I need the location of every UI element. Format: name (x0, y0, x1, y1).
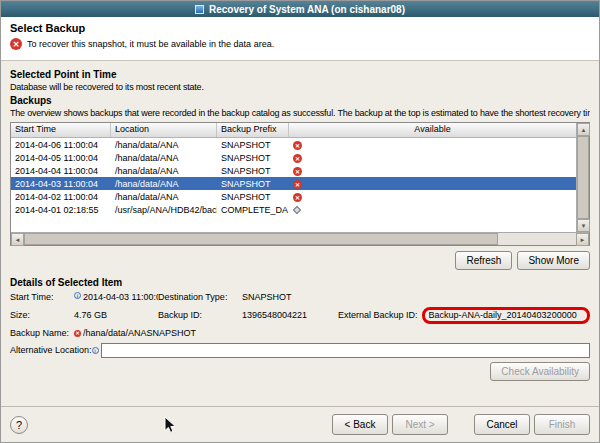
cell-location: /hana/data/ANA (111, 192, 217, 202)
scroll-right-button[interactable]: ► (576, 233, 589, 246)
alternative-location-label: Alternative Location: (10, 345, 92, 355)
table-row[interactable]: 2014-04-04 11:00:04 /hana/data/ANA SNAPS… (11, 164, 576, 177)
cell-start-time: 2014-04-05 11:00:04 (11, 153, 111, 163)
start-time-value: i2014-04-03 11:00:04 (74, 292, 158, 302)
back-button[interactable]: < Back (332, 414, 388, 435)
unknown-availability-icon (293, 205, 301, 213)
cell-backup-prefix: COMPLETE_DA (217, 205, 289, 215)
table-row[interactable]: 2014-04-05 11:00:04 /hana/data/ANA SNAPS… (11, 151, 576, 164)
table-row-selected[interactable]: 2014-04-03 11:00:04 /hana/data/ANA SNAPS… (11, 177, 576, 190)
wizard-footer: ? < Back Next > Cancel Finish (1, 406, 599, 442)
vertical-scrollbar[interactable]: ▲ ▼ (576, 123, 589, 232)
window-icon (195, 5, 204, 14)
not-available-icon: ✕ (293, 167, 302, 176)
cell-backup-prefix: SNAPSHOT (217, 140, 289, 150)
column-header-available[interactable]: Available (289, 123, 576, 137)
detail-row-alternative-location: Alternative Location: i (10, 342, 590, 358)
table-row[interactable]: 2014-04-06 11:00:04 /hana/data/ANA SNAPS… (11, 138, 576, 151)
next-button[interactable]: Next > (392, 414, 448, 435)
cell-start-time: 2014-04-03 11:00:04 (11, 179, 111, 189)
size-value: 4.76 GB (74, 310, 158, 320)
error-banner: ✕ To recover this snapshot, it must be a… (10, 38, 590, 50)
help-button[interactable]: ? (10, 416, 28, 434)
horizontal-scrollbar[interactable]: ◄ ► (11, 232, 589, 245)
alternative-location-input[interactable] (101, 343, 590, 358)
show-more-button[interactable]: Show More (517, 251, 590, 270)
error-icon: ✕ (10, 38, 22, 50)
error-decoration-icon: ✕ (74, 330, 81, 337)
detail-row-backup-name: Backup Name: ✕ /hana/data/ANASNAPSHOT (10, 325, 590, 341)
cell-location: /usr/sap/ANA/HDB42/backu (111, 205, 217, 215)
external-backup-id-highlight: Backup-ANA-daily_20140403200000 (422, 307, 590, 324)
info-icon: i (74, 292, 81, 299)
cell-location: /hana/data/ANA (111, 179, 217, 189)
cancel-button[interactable]: Cancel (474, 414, 530, 435)
detail-row-start-time: Start Time: i2014-04-03 11:00:04 Destina… (10, 289, 590, 305)
not-available-icon: ✕ (293, 180, 302, 189)
point-in-time-title: Selected Point in Time (10, 69, 590, 80)
not-available-icon: ✕ (293, 193, 302, 202)
cell-start-time: 2014-04-06 11:00:04 (11, 140, 111, 150)
detail-row-size: Size: 4.76 GB Backup ID: 1396548004221 E… (10, 306, 590, 324)
cell-location: /hana/data/ANA (111, 140, 217, 150)
backup-catalog-table: Start Time Location Backup Prefix Availa… (10, 122, 590, 246)
scroll-down-button[interactable]: ▼ (577, 219, 590, 232)
table-header-row: Start Time Location Backup Prefix Availa… (11, 123, 576, 138)
size-label: Size: (10, 310, 74, 320)
external-backup-id-value: Backup-ANA-daily_20140403200000 (429, 310, 577, 320)
cell-start-time: 2014-04-02 11:00:04 (11, 192, 111, 202)
table-empty-area (11, 216, 576, 232)
check-availability-button[interactable]: Check Availability (490, 362, 590, 381)
table-row[interactable]: 2014-04-02 11:00:04 /hana/data/ANA SNAPS… (11, 190, 576, 203)
horizontal-scroll-thumb[interactable] (24, 233, 498, 245)
scroll-up-button[interactable]: ▲ (577, 123, 590, 136)
cell-backup-prefix: SNAPSHOT (217, 179, 289, 189)
titlebar[interactable]: Recovery of System ANA (on cishanar08) (1, 1, 599, 17)
backup-name-value: /hana/data/ANASNAPSHOT (83, 328, 196, 338)
scroll-left-button[interactable]: ◄ (11, 233, 24, 246)
column-header-location[interactable]: Location (111, 123, 217, 137)
column-header-backup-prefix[interactable]: Backup Prefix (217, 123, 289, 137)
cell-backup-prefix: SNAPSHOT (217, 166, 289, 176)
details-title: Details of Selected Item (10, 277, 590, 288)
external-backup-id-label: External Backup ID: (338, 310, 418, 320)
column-header-start-time[interactable]: Start Time (11, 123, 111, 137)
recovery-wizard-window: Recovery of System ANA (on cishanar08) S… (0, 0, 600, 443)
vertical-scroll-thumb[interactable] (577, 136, 589, 219)
wizard-header: Select Backup ✕ To recover this snapshot… (1, 17, 599, 61)
point-in-time-description: Database will be recovered to its most r… (10, 82, 590, 92)
destination-type-label: Destination Type: (158, 292, 242, 302)
page-title: Select Backup (10, 22, 590, 34)
backup-name-label: Backup Name: (10, 328, 74, 338)
horizontal-scroll-track[interactable] (498, 233, 576, 245)
cell-location: /hana/data/ANA (111, 153, 217, 163)
window-title: Recovery of System ANA (on cishanar08) (209, 4, 405, 15)
info-icon: i (92, 347, 99, 354)
refresh-button[interactable]: Refresh (455, 251, 512, 270)
backup-id-label: Backup ID: (158, 310, 242, 320)
backups-title: Backups (10, 95, 590, 106)
start-time-label: Start Time: (10, 292, 74, 302)
backups-description: The overview shows backups that were rec… (10, 108, 590, 118)
backup-id-value: 1396548004221 (242, 310, 338, 320)
destination-type-value: SNAPSHOT (242, 292, 292, 302)
cell-location: /hana/data/ANA (111, 166, 217, 176)
not-available-icon: ✕ (293, 154, 302, 163)
not-available-icon: ✕ (293, 141, 302, 150)
cell-start-time: 2014-04-01 02:18:55 (11, 205, 111, 215)
finish-button[interactable]: Finish (534, 414, 590, 435)
table-row[interactable]: 2014-04-01 02:18:55 /usr/sap/ANA/HDB42/b… (11, 203, 576, 216)
error-message: To recover this snapshot, it must be ava… (27, 39, 274, 49)
wizard-content: Selected Point in Time Database will be … (1, 61, 599, 406)
cell-start-time: 2014-04-04 11:00:04 (11, 166, 111, 176)
cell-backup-prefix: SNAPSHOT (217, 192, 289, 202)
cell-backup-prefix: SNAPSHOT (217, 153, 289, 163)
